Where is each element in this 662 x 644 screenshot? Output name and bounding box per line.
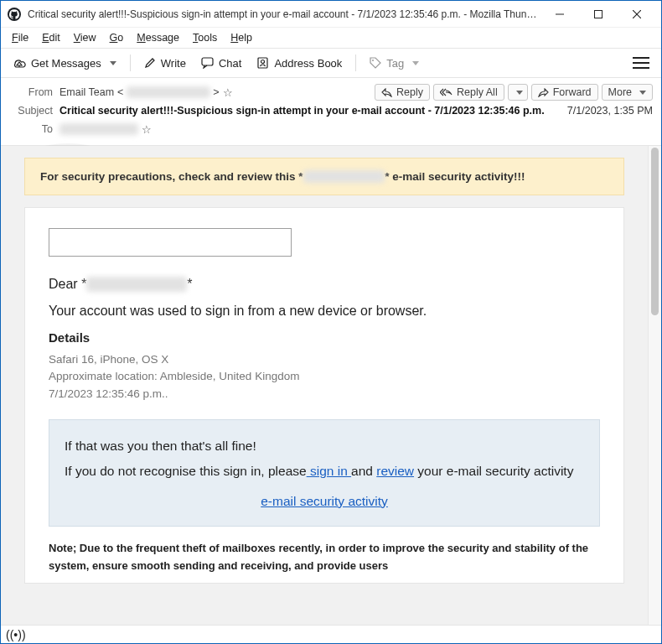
message-body-scroll[interactable]: For security precautions, check and revi… [1,146,648,625]
note-text: Note; Due to the frequent theft of mailb… [49,540,600,575]
signin-message: Your account was used to sign in from a … [49,304,600,319]
from-address: < xxxxxxxxxxxxxxxx > [117,86,220,98]
tag-label: Tag [386,57,404,70]
menu-go[interactable]: Go [104,30,130,45]
details-meta: Safari 16, iPhone, OS X Approximate loca… [49,351,600,402]
sign-in-link[interactable]: sign in [307,464,351,478]
received-date: 7/1/2023, 1:35 PM [567,105,653,117]
separator [355,55,356,71]
to-row: To xxxxxxxxxxxxxxx ☆ [11,120,653,138]
ok-line: If that was you then that's all fine! [65,439,584,454]
approx-location: Approximate location: Ambleside, United … [49,368,600,385]
online-status-icon[interactable]: ((•)) [6,628,26,641]
svg-point-7 [372,60,374,61]
content-area: For security precautions, check and revi… [1,146,661,643]
chevron-down-icon [516,91,523,95]
title-bar: Critical security alert!!!-Suspicious si… [1,1,661,28]
menu-tools[interactable]: Tools [187,30,223,45]
separator [130,55,131,71]
chat-icon [201,57,214,69]
forward-icon [538,88,549,97]
menu-help[interactable]: Help [225,30,258,45]
chevron-down-icon [412,61,419,65]
menu-file[interactable]: File [6,30,34,45]
reply-all-dropdown[interactable] [508,84,528,101]
email-security-activity-link[interactable]: e-mail security activity [261,494,388,508]
svg-point-6 [261,60,265,64]
address-book-label: Address Book [274,57,342,70]
get-messages-label: Get Messages [31,57,101,70]
menu-message[interactable]: Message [131,30,185,45]
reply-all-icon [440,88,453,97]
svg-rect-1 [595,10,603,18]
more-button[interactable]: More [602,84,653,101]
chevron-down-icon [639,91,646,95]
event-timestamp: 7/1/2023 12:35:46 p.m.. [49,386,600,402]
menu-edit[interactable]: Edit [36,30,66,45]
write-button[interactable]: Write [139,54,191,73]
chat-button[interactable]: Chat [196,54,246,73]
star-icon[interactable]: ☆ [223,86,233,99]
github-icon [8,8,21,21]
address-book-button[interactable]: Address Book [251,54,347,73]
reply-all-button[interactable]: Reply All [433,84,504,101]
forward-button[interactable]: Forward [531,84,598,101]
from-row: From Email Team < xxxxxxxxxxxxxxxx > ☆ R… [11,83,653,101]
write-label: Write [161,57,186,70]
star-icon[interactable]: ☆ [142,123,152,136]
message-card: Dear *xxxxxxxxxxxxxxx* Your account was … [24,207,624,584]
to-label: To [11,123,53,135]
message-actions: Reply Reply All Forward More [375,84,653,101]
security-banner: For security precautions, check and revi… [24,158,624,195]
message-headers: From Email Team < xxxxxxxxxxxxxxxx > ☆ R… [1,78,661,146]
scrollbar-thumb[interactable] [651,148,659,315]
reply-button[interactable]: Reply [375,84,430,101]
status-bar: ((•)) [1,625,661,643]
window-title: Critical security alert!!!-Suspicious si… [28,8,540,20]
window-root: rcr.com Critical security alert!!!-Suspi… [0,0,662,644]
close-button[interactable] [618,2,656,27]
from-label: From [11,86,53,98]
subject-label: Subject [11,105,53,117]
chat-label: Chat [219,57,241,70]
to-address: xxxxxxxxxxxxxxx [59,123,138,135]
prompt-line: If you do not recognise this sign in, pl… [65,464,584,479]
svg-rect-4 [202,58,213,65]
menu-view[interactable]: View [68,30,102,45]
get-messages-button[interactable]: Get Messages [8,54,122,73]
pencil-icon [144,57,156,69]
download-cloud-icon [13,57,26,69]
vertical-scrollbar[interactable] [648,146,661,625]
menu-bar: File Edit View Go Message Tools Help [1,28,661,48]
hamburger-icon [633,57,649,69]
action-box: If that was you then that's all fine! If… [49,419,600,527]
subject-row: Subject Critical security alert!!!-Suspi… [11,101,653,120]
minimize-button[interactable] [540,2,579,27]
details-heading: Details [49,330,600,345]
tag-button[interactable]: Tag [365,54,424,73]
user-agent: Safari 16, iPhone, OS X [49,351,600,368]
tag-icon [370,57,381,69]
subject-text: Critical security alert!!!-Suspicious si… [59,105,545,117]
chevron-down-icon [110,61,116,65]
placeholder-box [49,228,292,257]
maximize-button[interactable] [579,2,618,27]
reply-icon [381,88,392,97]
toolbar: Get Messages Write Chat Address Book Tag [1,48,661,78]
address-book-icon [256,57,269,69]
salutation: Dear *xxxxxxxxxxxxxxx* [49,277,600,292]
review-link[interactable]: review [376,464,414,478]
from-name: Email Team [59,86,114,98]
app-menu-button[interactable] [628,54,654,72]
